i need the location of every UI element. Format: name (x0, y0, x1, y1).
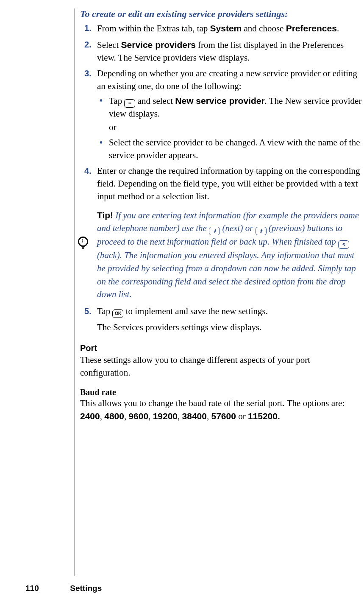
baud-value: 4800 (104, 411, 124, 421)
step-result: The Services providers settings view dis… (97, 321, 362, 334)
procedure-title: To create or edit an existing service pr… (80, 8, 362, 19)
page-footer: 110 Settings (25, 584, 347, 593)
port-body: These settings allow you to change diffe… (80, 354, 362, 379)
step-list: From within the Extras tab, tap System a… (80, 22, 362, 334)
step-item: Select Service providers from the list d… (80, 39, 362, 64)
content-column: To create or edit an existing service pr… (75, 8, 362, 576)
port-heading: Port (80, 343, 362, 353)
menu-icon (124, 99, 135, 108)
step-item: From within the Extras tab, tap System a… (80, 22, 362, 35)
step-item: Tap OK to implement and save the new set… (80, 305, 362, 318)
baud-value: 2400 (80, 411, 100, 421)
step-item: Enter or change the required information… (80, 165, 362, 203)
bullet-item: Tap and select New service provider. The… (97, 95, 362, 134)
baud-value: 57600 (211, 411, 236, 421)
footer-section: Settings (70, 584, 102, 593)
bold-term: System (210, 23, 242, 33)
next-arrow-icon (209, 227, 220, 235)
ok-icon: OK (112, 309, 123, 318)
baud-value: 19200 (153, 411, 178, 421)
back-arrow-icon (338, 240, 349, 249)
bullet-item: Select the service provider to be change… (97, 136, 362, 162)
baud-value: 38400 (182, 411, 207, 421)
baud-body: This allows you to change the baud rate … (80, 397, 362, 423)
manual-page: To create or edit an existing service pr… (0, 0, 364, 610)
baud-heading: Baud rate (80, 387, 362, 397)
bold-term: New service provider (175, 96, 264, 106)
baud-value: 115200. (248, 411, 280, 421)
bold-term: Service providers (121, 40, 196, 50)
page-number: 110 (25, 584, 68, 593)
tip-body: If you are entering text information (fo… (97, 210, 359, 300)
tip-label: Tip! (97, 210, 113, 220)
bullet-list: Tap and select New service provider. The… (97, 95, 362, 162)
tip-block: Tip! If you are entering text informatio… (97, 209, 362, 301)
margin-gutter (38, 0, 68, 610)
step-item: Depending on whether you are creating a … (80, 67, 362, 162)
prev-arrow-icon (256, 227, 267, 235)
baud-value: 9600 (128, 411, 148, 421)
bold-term: Preferences (286, 23, 337, 33)
or-separator: or (109, 121, 362, 134)
